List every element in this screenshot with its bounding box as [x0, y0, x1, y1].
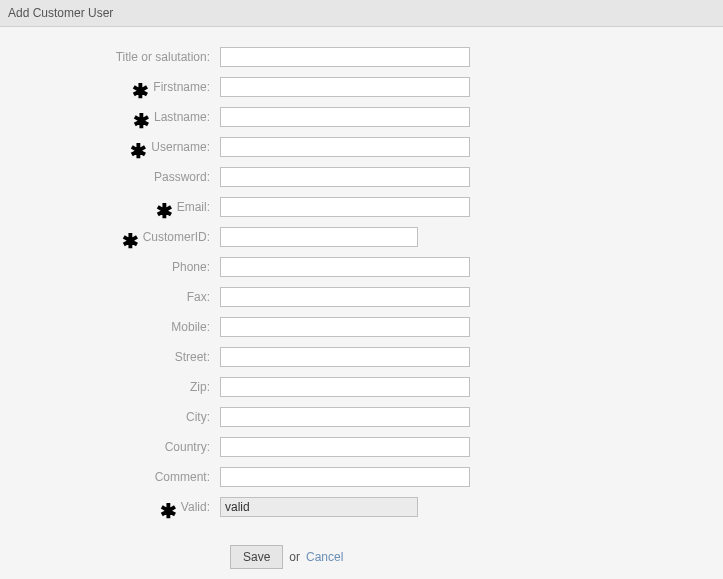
required-asterisk-icon: ✱	[156, 205, 173, 217]
fax-input-area	[220, 287, 470, 307]
mobile-input[interactable]	[220, 317, 470, 337]
city-label-area: City:	[0, 410, 220, 424]
form-row-country: Country:	[0, 437, 723, 457]
valid-label-area: ✱Valid:	[0, 500, 220, 514]
phone-input-area	[220, 257, 470, 277]
form-row-zip: Zip:	[0, 377, 723, 397]
password-input[interactable]	[220, 167, 470, 187]
valid-input-area: valid	[220, 497, 418, 517]
comment-input[interactable]	[220, 467, 470, 487]
email-label-area: ✱Email:	[0, 200, 220, 214]
city-label: City:	[186, 410, 210, 424]
username-input-area	[220, 137, 470, 157]
username-input[interactable]	[220, 137, 470, 157]
fax-label-area: Fax:	[0, 290, 220, 304]
lastname-label: Lastname:	[154, 110, 210, 124]
form-row-comment: Comment:	[0, 467, 723, 487]
phone-label: Phone:	[172, 260, 210, 274]
title-label: Title or salutation:	[116, 50, 210, 64]
street-label-area: Street:	[0, 350, 220, 364]
country-input-area	[220, 437, 470, 457]
form-row-valid: ✱Valid:valid	[0, 497, 723, 517]
customerid-input[interactable]	[220, 227, 418, 247]
zip-input-area	[220, 377, 470, 397]
fax-label: Fax:	[187, 290, 210, 304]
country-input[interactable]	[220, 437, 470, 457]
comment-input-area	[220, 467, 470, 487]
form-row-customerid: ✱CustomerID:	[0, 227, 723, 247]
form-row-username: ✱Username:	[0, 137, 723, 157]
title-label-area: Title or salutation:	[0, 50, 220, 64]
required-asterisk-icon: ✱	[133, 115, 150, 127]
required-asterisk-icon: ✱	[130, 145, 147, 157]
firstname-input-area	[220, 77, 470, 97]
lastname-label-area: ✱Lastname:	[0, 110, 220, 124]
email-input-area	[220, 197, 470, 217]
firstname-input[interactable]	[220, 77, 470, 97]
zip-label-area: Zip:	[0, 380, 220, 394]
username-label-area: ✱Username:	[0, 140, 220, 154]
phone-input[interactable]	[220, 257, 470, 277]
save-button[interactable]: Save	[230, 545, 283, 569]
mobile-input-area	[220, 317, 470, 337]
form-container: Title or salutation:✱Firstname:✱Lastname…	[0, 27, 723, 579]
customerid-input-area	[220, 227, 418, 247]
form-row-city: City:	[0, 407, 723, 427]
country-label-area: Country:	[0, 440, 220, 454]
firstname-label: Firstname:	[153, 80, 210, 94]
fax-input[interactable]	[220, 287, 470, 307]
email-input[interactable]	[220, 197, 470, 217]
mobile-label: Mobile:	[171, 320, 210, 334]
password-label-area: Password:	[0, 170, 220, 184]
required-asterisk-icon: ✱	[160, 505, 177, 517]
form-row-email: ✱Email:	[0, 197, 723, 217]
zip-input[interactable]	[220, 377, 470, 397]
street-input[interactable]	[220, 347, 470, 367]
required-asterisk-icon: ✱	[132, 85, 149, 97]
or-text: or	[289, 550, 300, 564]
lastname-input-area	[220, 107, 470, 127]
customerid-label: CustomerID:	[143, 230, 210, 244]
form-row-password: Password:	[0, 167, 723, 187]
lastname-input[interactable]	[220, 107, 470, 127]
form-row-mobile: Mobile:	[0, 317, 723, 337]
form-row-fax: Fax:	[0, 287, 723, 307]
required-asterisk-icon: ✱	[122, 235, 139, 247]
title-input[interactable]	[220, 47, 470, 67]
page-header: Add Customer User	[0, 0, 723, 27]
comment-label: Comment:	[155, 470, 210, 484]
country-label: Country:	[165, 440, 210, 454]
form-row-phone: Phone:	[0, 257, 723, 277]
mobile-label-area: Mobile:	[0, 320, 220, 334]
username-label: Username:	[151, 140, 210, 154]
street-label: Street:	[175, 350, 210, 364]
password-label: Password:	[154, 170, 210, 184]
form-row-street: Street:	[0, 347, 723, 367]
actions-row: SaveorCancel	[0, 545, 723, 569]
firstname-label-area: ✱Firstname:	[0, 80, 220, 94]
customerid-label-area: ✱CustomerID:	[0, 230, 220, 244]
page-title: Add Customer User	[8, 6, 113, 20]
form-row-firstname: ✱Firstname:	[0, 77, 723, 97]
password-input-area	[220, 167, 470, 187]
comment-label-area: Comment:	[0, 470, 220, 484]
email-label: Email:	[177, 200, 210, 214]
zip-label: Zip:	[190, 380, 210, 394]
city-input-area	[220, 407, 470, 427]
valid-select[interactable]: valid	[220, 497, 418, 517]
cancel-link[interactable]: Cancel	[306, 550, 343, 564]
title-input-area	[220, 47, 470, 67]
phone-label-area: Phone:	[0, 260, 220, 274]
street-input-area	[220, 347, 470, 367]
city-input[interactable]	[220, 407, 470, 427]
form-row-lastname: ✱Lastname:	[0, 107, 723, 127]
form-row-title: Title or salutation:	[0, 47, 723, 67]
valid-label: Valid:	[181, 500, 210, 514]
